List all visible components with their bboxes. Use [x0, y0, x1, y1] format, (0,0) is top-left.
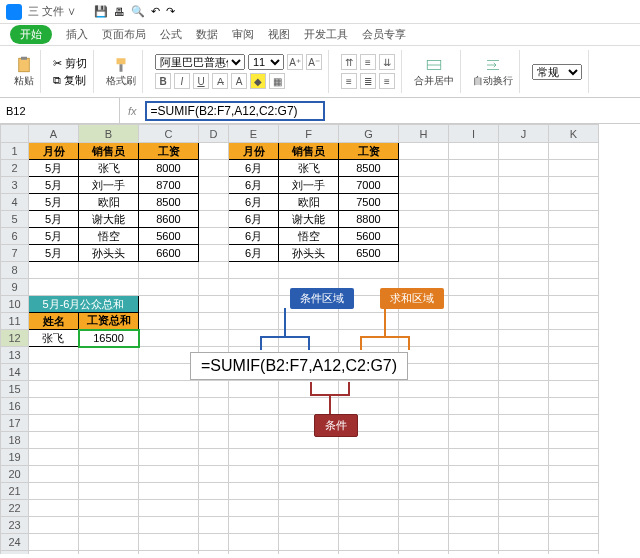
cell-K12[interactable] — [549, 330, 599, 347]
cell-B12[interactable]: 16500 — [79, 330, 139, 347]
row-header-7[interactable]: 7 — [1, 245, 29, 262]
cell-K7[interactable] — [549, 245, 599, 262]
size-select[interactable]: 11 — [248, 54, 284, 70]
undo-icon[interactable]: ↶ — [151, 5, 160, 18]
col-header-B[interactable]: B — [79, 125, 139, 143]
cell-E4[interactable]: 6月 — [229, 194, 279, 211]
cell-K14[interactable] — [549, 364, 599, 381]
cell-J6[interactable] — [499, 228, 549, 245]
cell-C21[interactable] — [139, 483, 199, 500]
align-mid-icon[interactable]: ≡ — [360, 54, 376, 70]
col-header-J[interactable]: J — [499, 125, 549, 143]
cell-J24[interactable] — [499, 534, 549, 551]
tab-formula[interactable]: 公式 — [160, 27, 182, 42]
cell-E16[interactable] — [229, 398, 279, 415]
tab-start[interactable]: 开始 — [10, 25, 52, 44]
cell-A7[interactable]: 5月 — [29, 245, 79, 262]
cell-C2[interactable]: 8000 — [139, 160, 199, 177]
cell-B19[interactable] — [79, 449, 139, 466]
cell-G25[interactable] — [339, 551, 399, 555]
cell-B24[interactable] — [79, 534, 139, 551]
format-brush-button[interactable]: 格式刷 — [106, 56, 136, 88]
cell-G1[interactable]: 工资 — [339, 143, 399, 160]
cell-K21[interactable] — [549, 483, 599, 500]
cell-E7[interactable]: 6月 — [229, 245, 279, 262]
cell-I18[interactable] — [449, 432, 499, 449]
cell-G20[interactable] — [339, 466, 399, 483]
cell-I6[interactable] — [449, 228, 499, 245]
cell-J2[interactable] — [499, 160, 549, 177]
row-header-9[interactable]: 9 — [1, 279, 29, 296]
cell-J22[interactable] — [499, 500, 549, 517]
cell-F21[interactable] — [279, 483, 339, 500]
cell-H1[interactable] — [399, 143, 449, 160]
cell-K17[interactable] — [549, 415, 599, 432]
cell-J10[interactable] — [499, 296, 549, 313]
row-header-2[interactable]: 2 — [1, 160, 29, 177]
cell-J14[interactable] — [499, 364, 549, 381]
merge-button[interactable]: 合并居中 — [414, 56, 454, 88]
cell-F10[interactable] — [279, 296, 339, 313]
row-header-5[interactable]: 5 — [1, 211, 29, 228]
cell-A18[interactable] — [29, 432, 79, 449]
col-header-K[interactable]: K — [549, 125, 599, 143]
cell-H11[interactable] — [399, 313, 449, 330]
cell-F8[interactable] — [279, 262, 339, 279]
cell-K18[interactable] — [549, 432, 599, 449]
cell-D12[interactable] — [199, 330, 229, 347]
row-header-22[interactable]: 22 — [1, 500, 29, 517]
cell-D1[interactable] — [199, 143, 229, 160]
row-header-11[interactable]: 11 — [1, 313, 29, 330]
cell-H9[interactable] — [399, 279, 449, 296]
cell-C22[interactable] — [139, 500, 199, 517]
cell-D21[interactable] — [199, 483, 229, 500]
cell-D18[interactable] — [199, 432, 229, 449]
cell-A2[interactable]: 5月 — [29, 160, 79, 177]
fill-color-icon[interactable]: ◆ — [250, 73, 266, 89]
cell-C16[interactable] — [139, 398, 199, 415]
cell-I23[interactable] — [449, 517, 499, 534]
strike-icon[interactable]: A̶ — [212, 73, 228, 89]
cell-J23[interactable] — [499, 517, 549, 534]
cell-C6[interactable]: 5600 — [139, 228, 199, 245]
cell-I20[interactable] — [449, 466, 499, 483]
cell-K22[interactable] — [549, 500, 599, 517]
cell-J11[interactable] — [499, 313, 549, 330]
row-header-24[interactable]: 24 — [1, 534, 29, 551]
cell-F4[interactable]: 欧阳 — [279, 194, 339, 211]
cell-J8[interactable] — [499, 262, 549, 279]
cell-G19[interactable] — [339, 449, 399, 466]
col-header-F[interactable]: F — [279, 125, 339, 143]
cell-E15[interactable] — [229, 381, 279, 398]
cell-H15[interactable] — [399, 381, 449, 398]
cell-J12[interactable] — [499, 330, 549, 347]
row-header-1[interactable]: 1 — [1, 143, 29, 160]
cell-B1[interactable]: 销售员 — [79, 143, 139, 160]
cell-C20[interactable] — [139, 466, 199, 483]
name-box-input[interactable] — [0, 103, 119, 119]
col-header-A[interactable]: A — [29, 125, 79, 143]
cell-B2[interactable]: 张飞 — [79, 160, 139, 177]
cell-J18[interactable] — [499, 432, 549, 449]
cell-I15[interactable] — [449, 381, 499, 398]
cell-K3[interactable] — [549, 177, 599, 194]
cell-E21[interactable] — [229, 483, 279, 500]
cell-K16[interactable] — [549, 398, 599, 415]
cell-D2[interactable] — [199, 160, 229, 177]
cell-I19[interactable] — [449, 449, 499, 466]
redo-icon[interactable]: ↷ — [166, 5, 175, 18]
cell-C5[interactable]: 8600 — [139, 211, 199, 228]
row-header-8[interactable]: 8 — [1, 262, 29, 279]
cell-E22[interactable] — [229, 500, 279, 517]
cell-E25[interactable] — [229, 551, 279, 555]
cell-D22[interactable] — [199, 500, 229, 517]
cell-I1[interactable] — [449, 143, 499, 160]
cell-B4[interactable]: 欧阳 — [79, 194, 139, 211]
cell-H7[interactable] — [399, 245, 449, 262]
cell-E11[interactable] — [229, 313, 279, 330]
cell-E9[interactable] — [229, 279, 279, 296]
cell-F7[interactable]: 孙头头 — [279, 245, 339, 262]
cell-D4[interactable] — [199, 194, 229, 211]
cell-K1[interactable] — [549, 143, 599, 160]
cell-G16[interactable] — [339, 398, 399, 415]
